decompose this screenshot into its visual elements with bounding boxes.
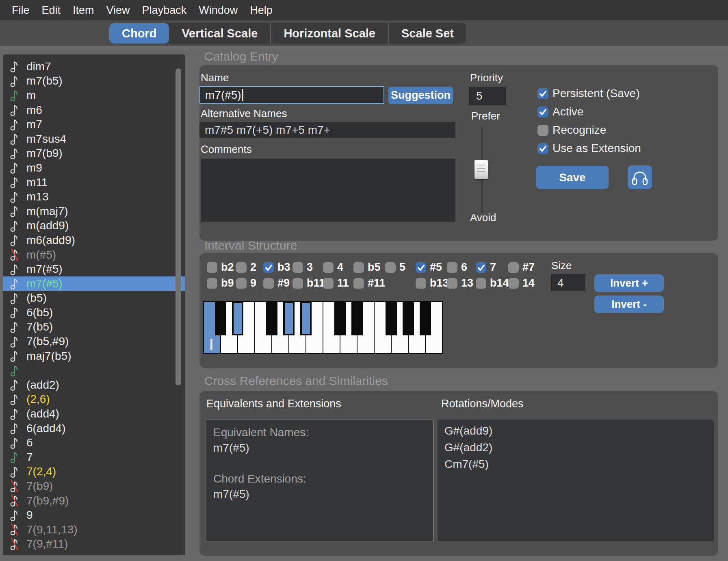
comments-textarea[interactable] [201, 159, 455, 222]
black-key-f-0[interactable] [266, 301, 277, 335]
list-item-2-6[interactable]: (2,6) [3, 392, 185, 407]
black-key-g-0[interactable] [283, 301, 295, 335]
black-key-c-0[interactable] [215, 301, 226, 335]
interval-checkbox-13[interactable] [447, 278, 457, 289]
note-icon [10, 147, 20, 160]
menu-playback[interactable]: Playback [136, 0, 193, 20]
list-item-m7sus4[interactable]: m7sus4 [3, 132, 185, 146]
interval-checkbox-2[interactable] [236, 262, 247, 273]
black-key-c-1[interactable] [334, 301, 346, 335]
list-item-7-9-11[interactable]: 7(9,#11) [3, 537, 185, 552]
menu-window[interactable]: Window [193, 0, 244, 20]
list-item-m-5[interactable]: m(#5) [3, 248, 185, 262]
list-item-m7-b5[interactable]: m7(b5) [3, 74, 185, 89]
list-item-m[interactable]: m [3, 88, 185, 103]
list-item-m6[interactable]: m6 [3, 103, 185, 117]
black-key-f-1[interactable] [386, 301, 397, 335]
list-item-add2[interactable]: (add2) [3, 378, 185, 392]
list-item-blank[interactable] [3, 363, 185, 378]
interval-checkbox-b13[interactable] [416, 278, 426, 289]
interval-checkbox-9[interactable] [263, 278, 274, 289]
interval-label-b3: b3 [277, 261, 290, 274]
prefer-avoid-slider-handle[interactable] [474, 160, 488, 179]
interval-checkbox-14[interactable] [508, 278, 519, 289]
interval-checkbox-b14[interactable] [476, 278, 486, 289]
list-item-6-b5[interactable]: 6(b5) [3, 305, 185, 320]
rotation-item-g-add2[interactable]: G#(add2) [444, 441, 492, 454]
menu-edit[interactable]: Edit [36, 0, 67, 20]
black-key-g-1[interactable] [403, 301, 414, 335]
list-item-m9[interactable]: m9 [3, 161, 185, 175]
list-item-dim7[interactable]: dim7 [3, 59, 185, 74]
interval-checkbox-b9[interactable] [207, 278, 217, 289]
sidebar-scrollbar-thumb[interactable] [176, 68, 181, 385]
interval-checkbox-5[interactable] [416, 262, 426, 273]
checkbox-active[interactable] [537, 107, 548, 117]
suggestion-button[interactable]: Suggestion [388, 87, 453, 104]
list-item-7-b9-9[interactable]: 7(b9,#9) [3, 494, 185, 508]
interval-checkbox-4[interactable] [323, 262, 334, 273]
checkbox-persistent-save[interactable] [537, 88, 548, 99]
interval-checkbox-7[interactable] [476, 262, 486, 273]
black-key-a-1[interactable] [420, 301, 431, 335]
black-key-a-0[interactable] [300, 301, 312, 335]
tab-horizontal-scale[interactable]: Horizontal Scale [270, 23, 388, 43]
list-item-7-b5-9[interactable]: 7(b5,#9) [3, 334, 185, 349]
list-item-m-add9[interactable]: m(add9) [3, 219, 185, 233]
list-item-m7[interactable]: m7 [3, 117, 185, 132]
invert-plus-button[interactable]: Invert + [594, 274, 664, 292]
list-item-7[interactable]: 7 [3, 450, 185, 465]
list-item-m-maj7[interactable]: m(maj7) [3, 204, 185, 219]
interval-label-7: #7 [522, 261, 535, 274]
black-key-d-1[interactable] [351, 301, 363, 335]
rotation-item-cm7-5[interactable]: Cm7(#5) [444, 458, 489, 471]
menu-file[interactable]: File [6, 0, 36, 20]
equivalent-names-label: Equivalent Names: [213, 426, 309, 439]
list-item-m7-5[interactable]: m7(#5) [3, 276, 185, 291]
interval-checkbox-7[interactable] [508, 262, 519, 273]
tab-vertical-scale[interactable]: Vertical Scale [169, 23, 270, 43]
list-item-9[interactable]: 9 [3, 508, 185, 522]
list-item-maj7-b5[interactable]: maj7(b5) [3, 349, 185, 363]
rotation-item-g-add9[interactable]: G#(add9) [444, 424, 492, 437]
list-item-7-b5[interactable]: 7(b5) [3, 320, 185, 335]
interval-checkbox-6[interactable] [447, 262, 457, 273]
interval-checkbox-b3[interactable] [263, 262, 274, 273]
list-item-6[interactable]: 6 [3, 435, 185, 450]
interval-checkbox-11[interactable] [323, 278, 334, 289]
list-item-m11[interactable]: m11 [3, 175, 185, 190]
menu-item[interactable]: Item [67, 0, 100, 20]
invert-minus-button[interactable]: Invert - [594, 296, 664, 313]
menu-help[interactable]: Help [244, 0, 279, 20]
name-input[interactable]: m7(#5) [199, 86, 384, 104]
interval-checkbox-3[interactable] [292, 262, 303, 273]
list-item-m13[interactable]: m13 [3, 189, 185, 204]
tab-scale-set[interactable]: Scale Set [388, 23, 466, 43]
list-item-6-add4[interactable]: 6(add4) [3, 421, 185, 436]
interval-checkbox-9[interactable] [236, 278, 247, 289]
list-item-label: m(maj7) [26, 205, 68, 218]
alternative-names-input[interactable]: m7#5 m7(+5) m7+5 m7+ [199, 122, 455, 138]
list-item-m7-5[interactable]: m7(#5) [3, 262, 185, 276]
list-item-add4[interactable]: (add4) [3, 407, 185, 421]
tab-chord[interactable]: Chord [109, 23, 169, 43]
save-button[interactable]: Save [536, 166, 609, 189]
checkbox-recognize[interactable] [537, 125, 548, 136]
list-item-m7-b9[interactable]: m7(b9) [3, 146, 185, 161]
interval-checkbox-b2[interactable] [207, 262, 217, 273]
list-item-m6-add9[interactable]: m6(add9) [3, 233, 185, 248]
list-item-7-b9[interactable]: 7(b9) [3, 479, 185, 494]
size-input[interactable]: 4 [551, 274, 585, 291]
priority-input[interactable]: 5 [469, 87, 506, 105]
black-key-d-0[interactable] [232, 301, 243, 335]
interval-checkbox-5[interactable] [385, 262, 396, 273]
interval-checkbox-11[interactable] [353, 278, 364, 289]
list-item-7-2-4[interactable]: 7(2,4) [3, 465, 185, 479]
interval-checkbox-b5[interactable] [353, 262, 364, 273]
checkbox-use-as-extension[interactable] [537, 143, 548, 154]
list-item-7-9-11-13[interactable]: 7(9,11,13) [3, 522, 185, 537]
listen-button[interactable] [628, 165, 652, 189]
menu-view[interactable]: View [100, 0, 136, 20]
interval-checkbox-b11[interactable] [292, 278, 303, 289]
list-item-b5[interactable]: (b5) [3, 291, 185, 306]
